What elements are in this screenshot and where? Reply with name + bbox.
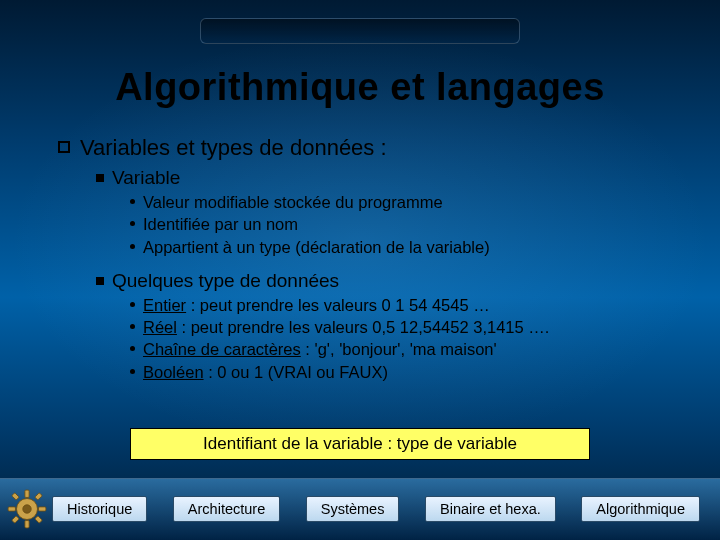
nav-tab-architecture[interactable]: Architecture [173,496,280,522]
nav-row: Historique Architecture Systèmes Binaire… [0,488,720,530]
bullet-row: Identifiée par un nom [130,213,680,235]
small-square-bullet-icon [96,174,104,182]
dot-bullet-icon [130,199,135,204]
dot-bullet-icon [130,221,135,226]
type-desc: : 0 ou 1 (VRAI ou FAUX) [204,363,388,381]
svg-rect-2 [25,521,29,528]
subheading-label: Quelques type de données [112,270,339,292]
nav-tab-algorithmique[interactable]: Algorithmique [581,496,700,522]
svg-rect-3 [8,507,15,511]
dot-bullet-icon [130,369,135,374]
svg-rect-4 [39,507,46,511]
subheading-row: Variable [96,167,680,189]
nav-tab-systemes[interactable]: Systèmes [306,496,400,522]
svg-point-9 [23,505,31,513]
bullet-row: Entier : peut prendre les valeurs 0 1 54… [130,294,680,316]
slide-title: Algorithmique et langages [0,66,720,109]
type-name: Booléen [143,363,204,381]
bullet-row: Chaîne de caractères : 'g', 'bonjour', '… [130,338,680,360]
dot-bullet-icon [130,302,135,307]
dot-bullet-icon [130,346,135,351]
bullet-text: Appartient à un type (déclaration de la … [143,236,490,258]
svg-rect-5 [12,493,19,500]
subheading-row: Quelques type de données [96,270,680,292]
type-line: Entier : peut prendre les valeurs 0 1 54… [143,294,490,316]
bullet-text: Identifiée par un nom [143,213,298,235]
svg-rect-8 [12,516,19,523]
dot-bullet-icon [130,244,135,249]
type-line: Chaîne de caractères : 'g', 'bonjour', '… [143,338,497,360]
type-line: Réel : peut prendre les valeurs 0,5 12,5… [143,316,549,338]
bullet-row: Booléen : 0 ou 1 (VRAI ou FAUX) [130,361,680,383]
bullet-row: Réel : peut prendre les valeurs 0,5 12,5… [130,316,680,338]
title-bar-decoration [200,18,520,44]
svg-rect-1 [25,490,29,497]
slide-body: Variables et types de données : Variable… [58,135,680,383]
syntax-callout: Identifiant de la variable : type de var… [130,428,590,460]
gear-icon [6,488,48,530]
type-name: Chaîne de caractères [143,340,301,358]
type-line: Booléen : 0 ou 1 (VRAI ou FAUX) [143,361,388,383]
section-heading: Variables et types de données : [80,135,387,161]
bullet-row: Appartient à un type (déclaration de la … [130,236,680,258]
square-bullet-icon [58,141,70,153]
type-desc: : 'g', 'bonjour', 'ma maison' [301,340,497,358]
nav-tab-historique[interactable]: Historique [52,496,147,522]
bullet-row: Valeur modifiable stockée du programme [130,191,680,213]
svg-rect-6 [35,516,42,523]
slide: Algorithmique et langages Variables et t… [0,0,720,540]
small-square-bullet-icon [96,277,104,285]
svg-rect-7 [35,493,42,500]
dot-bullet-icon [130,324,135,329]
nav-tab-binaire[interactable]: Binaire et hexa. [425,496,556,522]
type-name: Réel [143,318,177,336]
type-desc: : peut prendre les valeurs 0,5 12,54452 … [177,318,549,336]
subheading-label: Variable [112,167,180,189]
bullet-text: Valeur modifiable stockée du programme [143,191,443,213]
type-name: Entier [143,296,186,314]
section-heading-row: Variables et types de données : [58,135,680,161]
type-desc: : peut prendre les valeurs 0 1 54 4545 … [186,296,490,314]
